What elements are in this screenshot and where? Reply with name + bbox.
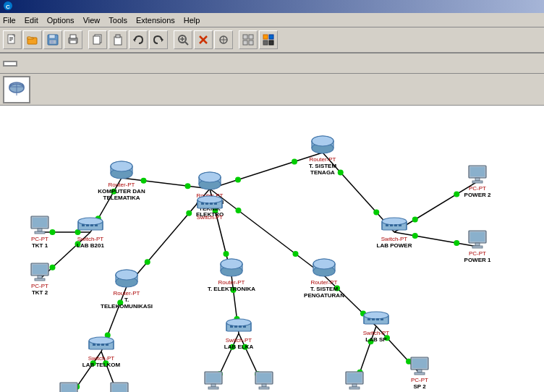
svg-point-110 — [89, 337, 114, 344]
svg-rect-33 — [263, 35, 268, 39]
svg-rect-162 — [412, 359, 427, 368]
node-router-sistem-tenaga[interactable]: Router-PTT. SISTEM TENAGA — [297, 135, 348, 176]
node-icon-pc — [54, 380, 83, 392]
svg-rect-130 — [33, 265, 47, 274]
node-pc-tkt1[interactable]: PC-PTTKT 1 — [14, 214, 65, 250]
node-switch-lab-elka[interactable]: Switch-PTLAB ELKA — [213, 315, 264, 351]
node-pc-sp2[interactable]: PC-PTSP 2 — [394, 355, 445, 391]
svg-rect-132 — [35, 278, 45, 281]
svg-rect-126 — [33, 218, 47, 227]
svg-point-62 — [221, 259, 242, 269]
svg-point-78 — [197, 196, 222, 203]
connection-dot — [293, 251, 299, 257]
node-switch-center[interactable]: Switch-PT — [184, 192, 235, 221]
menu-item-options[interactable]: Options — [47, 16, 75, 25]
node-pc-elka1[interactable]: PC-PTELKA 1 — [188, 370, 239, 392]
undo-button[interactable] — [129, 30, 148, 49]
node-pc-power1[interactable]: PC-PTPOWER 1 — [452, 229, 503, 264]
menu-item-file[interactable]: File — [3, 16, 16, 25]
node-router-telkom[interactable]: Router-PTT. TELEKOMUNIKASI — [101, 268, 152, 310]
svg-rect-154 — [112, 384, 127, 392]
svg-rect-17 — [116, 35, 120, 38]
node-icon-pc — [105, 380, 134, 392]
svg-rect-147 — [262, 384, 266, 387]
node-pc-telkom2[interactable]: PC-PTTELKOM 2 — [94, 380, 145, 392]
svg-rect-140 — [472, 246, 483, 248]
node-pc-telkom1[interactable]: PC-PTTELKOM 1 — [43, 380, 94, 392]
svg-rect-89 — [82, 224, 85, 226]
redo-button[interactable] — [149, 30, 168, 49]
connection-dot — [235, 177, 241, 183]
copy-button[interactable] — [88, 30, 107, 49]
menu-item-edit[interactable]: Edit — [25, 16, 38, 25]
new-button[interactable] — [3, 30, 22, 49]
logical-view-icon[interactable] — [3, 76, 30, 103]
node-pc-elka2[interactable]: PC-PTELKA 2 — [239, 370, 289, 392]
node-type-label: Switch-PT — [197, 215, 223, 221]
node-router-komputer[interactable]: Router-PTKOMPUTER DAN TELEMATIKA — [96, 160, 147, 201]
menu-item-extensions[interactable]: Extensions — [136, 16, 175, 25]
svg-point-56 — [312, 136, 333, 146]
palette-button[interactable] — [259, 30, 278, 49]
node-pc-sp1[interactable]: PC-PTSP 1 — [329, 370, 380, 392]
svg-rect-15 — [93, 36, 100, 44]
node-name-label: LAB SP — [365, 337, 386, 344]
node-pc-tkt2[interactable]: PC-PTTKT 2 — [14, 261, 65, 297]
menubar: FileEditOptionsViewToolsExtensionsHelp — [0, 13, 544, 27]
titlebar: C — [0, 0, 544, 13]
menu-item-help[interactable]: Help — [184, 16, 200, 25]
svg-rect-164 — [415, 372, 425, 375]
svg-rect-105 — [230, 325, 233, 328]
node-icon-pc — [199, 370, 228, 391]
logical-label[interactable] — [3, 61, 17, 67]
svg-rect-122 — [372, 318, 375, 320]
inspect-button[interactable] — [174, 30, 192, 49]
svg-rect-35 — [263, 41, 268, 45]
svg-rect-31 — [243, 41, 247, 45]
connection-dot — [224, 251, 229, 257]
svg-rect-83 — [210, 203, 213, 205]
menu-item-view[interactable]: View — [83, 16, 101, 25]
paste-button[interactable] — [109, 30, 127, 49]
node-switch-lab-power[interactable]: Switch-PTLAB POWER — [369, 214, 420, 250]
menu-item-tools[interactable]: Tools — [109, 16, 127, 25]
node-switch-lab-sp[interactable]: Switch-PTLAB SP — [351, 308, 401, 344]
svg-rect-114 — [97, 344, 100, 346]
grid-button[interactable] — [239, 30, 258, 49]
svg-rect-144 — [208, 387, 218, 389]
svg-rect-158 — [347, 373, 362, 383]
open-button[interactable] — [23, 30, 42, 49]
network-canvas[interactable]: Router-PTJURUSAN TEKNIK ELEKTRO Router-P… — [0, 106, 544, 392]
node-icon-pc — [463, 229, 492, 250]
svg-rect-148 — [259, 387, 269, 389]
print-button[interactable] — [64, 30, 82, 49]
node-name-label: LAB TELKOM — [82, 362, 120, 369]
node-router-pengaturan[interactable]: Router-PTT. SISTEM PENGATURAN — [299, 257, 349, 299]
delete-button[interactable] — [194, 30, 213, 49]
svg-rect-99 — [394, 224, 397, 226]
node-icon-router — [195, 171, 224, 192]
node-switch-lab-b201[interactable]: Switch-PTLAB B201 — [65, 214, 116, 250]
svg-rect-98 — [390, 224, 393, 226]
svg-rect-139 — [475, 243, 480, 246]
node-icon-pc — [463, 163, 492, 185]
svg-rect-97 — [386, 224, 388, 226]
save-button[interactable] — [43, 30, 62, 49]
node-switch-lab-telkom[interactable]: Switch-PTLAB TELKOM — [76, 333, 127, 369]
svg-rect-81 — [201, 203, 204, 205]
toolbar — [0, 27, 544, 54]
svg-rect-124 — [381, 318, 383, 320]
resize-button[interactable] — [214, 30, 233, 49]
svg-rect-135 — [475, 178, 480, 181]
app-icon: C — [3, 1, 13, 12]
svg-rect-108 — [243, 325, 246, 328]
svg-rect-146 — [257, 373, 271, 383]
node-icon-router — [310, 257, 339, 279]
svg-rect-90 — [86, 224, 89, 226]
node-name-label: T. TELEKOMUNIKASI — [101, 297, 153, 310]
node-pc-power2[interactable]: PC-PTPOWER 2 — [452, 163, 503, 199]
node-icon-switch — [380, 214, 409, 236]
svg-marker-18 — [133, 38, 135, 42]
node-router-elektronika[interactable]: Router-PTT. ELEKTRONIKA — [206, 257, 257, 293]
node-icon-pc — [250, 370, 279, 391]
